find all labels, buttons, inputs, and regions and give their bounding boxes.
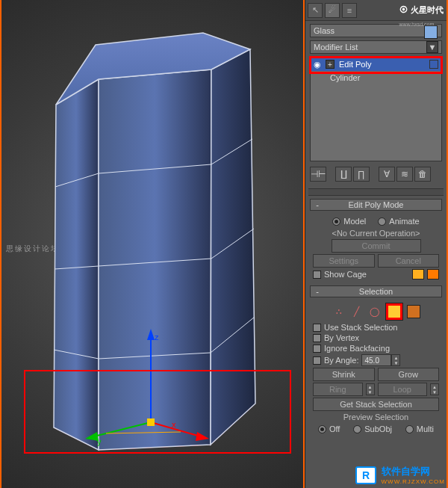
create-tab-icon[interactable]: ↖ <box>308 3 323 18</box>
footer-watermark: R 软件自学网 WWW.RJZXW.COM <box>354 463 447 487</box>
minus-icon: - <box>312 286 323 297</box>
ring-spinner[interactable]: ▲▼ <box>366 383 375 395</box>
cage-color-1[interactable] <box>412 269 424 279</box>
vertex-icon[interactable]: ∴ <box>332 305 346 318</box>
trash-icon[interactable]: 🗑 <box>414 167 431 182</box>
by-angle-spinner[interactable]: 45.0 ▲▼ <box>361 354 400 366</box>
rollout-edit-poly-mode: - Edit Poly Mode Model Animate <No Curre… <box>310 199 442 284</box>
make-unique-icon[interactable]: ∏ <box>353 167 370 182</box>
stack-item-cylinder[interactable]: Cylinder <box>311 71 441 84</box>
get-stack-selection-button[interactable]: Get Stack Selection <box>313 398 439 411</box>
svg-text:z: z <box>155 333 159 342</box>
modifier-list-dropdown[interactable]: Modifier List ▼ <box>310 40 442 54</box>
stack-item-edit-poly[interactable]: ◉ + Edit Poly <box>311 58 441 71</box>
use-stack-selection-checkbox[interactable] <box>313 324 321 332</box>
viewport[interactable]: 思缘设计论坛 WWW.MISSYUAN.COM <box>0 0 305 488</box>
modifier-stack[interactable]: ◉ + Edit Poly Cylinder <box>310 57 442 161</box>
ignore-backfacing-checkbox[interactable] <box>313 345 321 353</box>
chevron-down-icon: ▼ <box>426 41 438 53</box>
configure-sets-icon[interactable]: ≋ <box>396 167 413 182</box>
shrink-button[interactable]: Shrink <box>313 368 375 381</box>
stack-item-label: Edit Poly <box>339 60 371 69</box>
lightbulb-icon[interactable]: ◉ <box>314 60 321 70</box>
settings-button[interactable]: Settings <box>313 254 375 268</box>
by-angle-checkbox[interactable] <box>313 356 321 365</box>
rollout-header[interactable]: - Edit Poly Mode <box>310 199 442 211</box>
svg-marker-3 <box>211 49 255 445</box>
pin-stack-icon[interactable]: ⊣⊢ <box>310 167 326 182</box>
cancel-button[interactable]: Cancel <box>378 254 440 268</box>
expand-icon[interactable]: + <box>326 60 335 69</box>
animate-radio[interactable]: Animate <box>378 217 419 226</box>
rollout-selection: - Selection ∴ ╱ ◯ Use Stack Selection By… <box>310 285 442 439</box>
preview-multi-radio[interactable]: Multi <box>405 424 434 433</box>
subobject-level-icons: ∴ ╱ ◯ <box>313 303 439 320</box>
object-color-swatch[interactable] <box>424 25 438 39</box>
viewport-geometry: z x y <box>1 0 306 488</box>
loop-button[interactable]: Loop <box>378 383 428 396</box>
rollout-header[interactable]: - Selection <box>310 285 442 297</box>
model-radio[interactable]: Model <box>332 217 366 226</box>
no-current-operation-label: <No Current Operation> <box>313 229 439 238</box>
show-cage-label: Show Cage <box>324 270 367 279</box>
stack-item-label: Cylinder <box>330 73 360 82</box>
element-icon[interactable] <box>407 305 420 318</box>
show-end-result-icon[interactable]: ∐ <box>335 167 352 182</box>
modifier-list-label: Modifier List <box>314 43 358 52</box>
chevron-up-icon[interactable]: ▲ <box>392 355 399 360</box>
polygon-icon[interactable] <box>386 303 402 320</box>
stack-item-endbox[interactable] <box>429 60 438 69</box>
hierarchy-tab-icon[interactable]: ≡ <box>342 3 357 18</box>
svg-marker-1 <box>54 79 99 450</box>
edge-icon[interactable]: ╱ <box>350 305 364 318</box>
modify-tab-icon[interactable]: ☄ <box>325 3 340 18</box>
remove-modifier-icon[interactable]: ∀ <box>379 167 395 182</box>
svg-rect-23 <box>147 418 155 426</box>
by-vertex-checkbox[interactable] <box>313 334 321 342</box>
command-panel: ↖ ☄ ≡ ⦿ 火星时代 www.hxsd.com Glass Modifier… <box>305 0 448 488</box>
preview-off-radio[interactable]: Off <box>318 424 340 433</box>
ring-button[interactable]: Ring <box>313 383 363 396</box>
commit-button[interactable]: Commit <box>332 239 421 253</box>
show-cage-checkbox[interactable] <box>313 271 321 279</box>
stack-toolbar: ⊣⊢ ∐ ∏ ∀ ≋ 🗑 <box>310 166 442 182</box>
preview-selection-label: Preview Selection <box>313 413 439 421</box>
chevron-down-icon[interactable]: ▼ <box>392 360 399 365</box>
cage-color-2[interactable] <box>427 269 439 279</box>
svg-text:x: x <box>172 420 176 429</box>
preview-subobj-radio[interactable]: SubObj <box>353 424 392 433</box>
minus-icon: - <box>312 200 323 210</box>
panel-divider <box>308 188 444 196</box>
loop-spinner[interactable]: ▲▼ <box>430 383 439 395</box>
grow-button[interactable]: Grow <box>378 368 440 381</box>
svg-text:y: y <box>97 437 102 446</box>
brand-icon: R <box>355 466 376 484</box>
border-icon[interactable]: ◯ <box>368 305 382 318</box>
